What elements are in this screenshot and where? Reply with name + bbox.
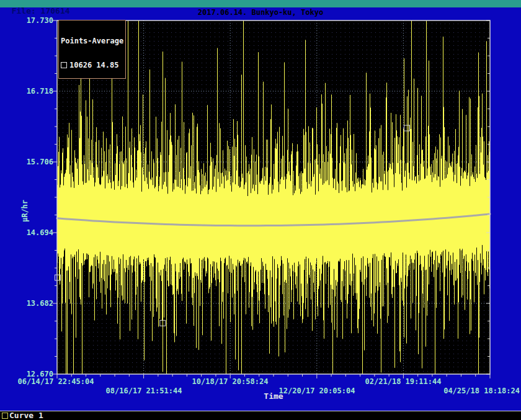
x-tick-label: 04/25/18 18:18:24 xyxy=(433,386,520,395)
statusbar: Curve 1 xyxy=(0,411,521,420)
x-tick-label: 06/14/17 22:45:04 xyxy=(12,377,99,386)
curve-label: Curve 1 xyxy=(9,411,43,420)
x-tick-label: 10/18/17 20:58:24 xyxy=(187,377,274,386)
legend-title: Points-Average xyxy=(61,37,123,45)
legend-entry: 10626 14.85 xyxy=(61,61,123,69)
curve-legend-item[interactable]: Curve 1 xyxy=(2,411,43,420)
x-tick-label: 08/16/17 21:51:44 xyxy=(100,386,187,395)
y-axis-title: µR/hr xyxy=(20,186,29,236)
x-axis-title: Time xyxy=(243,391,305,401)
chart-title: 2017.06.14. Bunkyo-ku, Tokyo xyxy=(0,7,521,17)
x-tick-label: 02/21/18 19:11:44 xyxy=(360,377,447,386)
y-tick-label: 13.682 xyxy=(15,299,53,308)
y-tick-label: 17.730 xyxy=(15,16,53,25)
y-tick-label: 15.706 xyxy=(15,158,53,166)
curve-marker-icon xyxy=(2,413,8,419)
titlebar: File: 170614 xyxy=(0,0,521,7)
point-marker-icon xyxy=(61,62,67,68)
legend-box: Points-Average 10626 14.85 xyxy=(58,20,126,79)
y-tick-label: 16.718 xyxy=(15,87,53,96)
